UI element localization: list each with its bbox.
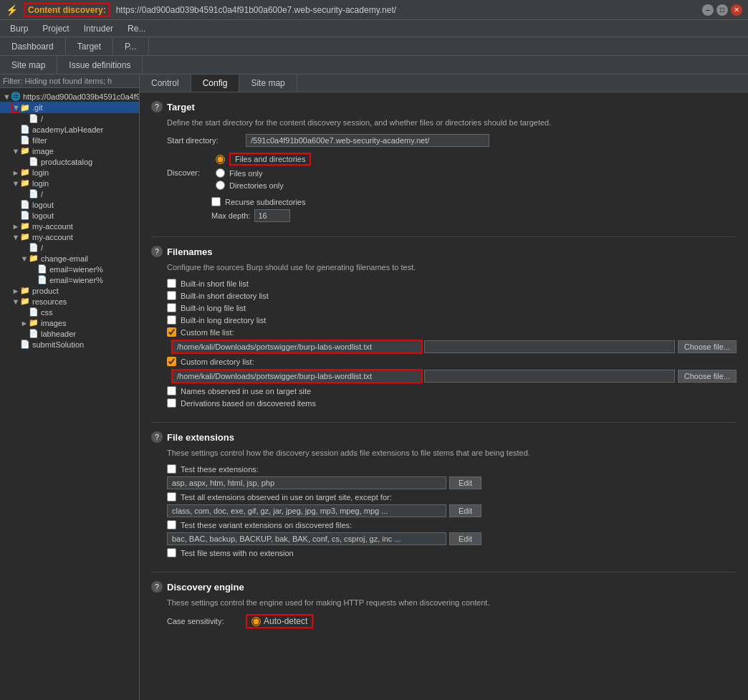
tree-item-email2[interactable]: 📄 email=wiener% (0, 274, 139, 285)
tree-item-resources[interactable]: ▼ 📁 resources (0, 296, 139, 307)
close-button[interactable]: ✕ (731, 4, 742, 16)
tree-item-my-account1[interactable]: ► 📁 my-account (0, 221, 139, 231)
target-help-icon[interactable]: ? (151, 101, 163, 112)
custom-dir-input[interactable] (171, 369, 423, 383)
ext1-edit-button[interactable]: Edit (449, 476, 481, 489)
discover-all-radio[interactable] (216, 155, 225, 164)
recurse-label[interactable]: Recurse subdirectories (225, 198, 306, 206)
discover-all-label[interactable]: Files and directories (229, 153, 311, 166)
ext3-checkbox[interactable] (167, 520, 176, 529)
tree-item-image[interactable]: ▼ 📁 image (0, 145, 139, 156)
custom-dir-checkbox[interactable] (167, 357, 176, 366)
tree-container[interactable]: ▼ 🌐 https://0ad900ad039b4591c0a4f91b00a6… (0, 88, 139, 700)
choose-dir-button[interactable]: Choose file... (678, 370, 737, 383)
ext2-input[interactable] (167, 504, 446, 517)
tree-toggle[interactable]: ▼ (11, 297, 20, 306)
ext1-input[interactable] (167, 476, 446, 489)
tree-item-my-account-slash[interactable]: 📄 / (0, 242, 139, 253)
tree-toggle[interactable]: ► (11, 287, 20, 295)
tree-toggle[interactable]: ▼ (11, 102, 20, 112)
ext2-label[interactable]: Test all extensions observed in use on t… (181, 493, 392, 502)
start-dir-input[interactable] (246, 134, 489, 147)
tree-item-submitSolution[interactable]: 📄 submitSolution (0, 339, 139, 350)
discover-files-label[interactable]: Files only (229, 169, 262, 178)
ext4-checkbox[interactable] (167, 548, 176, 557)
discover-dirs-label[interactable]: Directories only (229, 181, 284, 190)
maximize-button[interactable]: □ (716, 4, 728, 16)
depth-input[interactable] (254, 209, 290, 222)
tree-toggle[interactable]: ► (20, 319, 29, 327)
fn3-label[interactable]: Built-in long file list (181, 304, 246, 312)
custom-file-checkbox[interactable] (167, 327, 176, 337)
file-extensions-help-icon[interactable]: ? (151, 431, 163, 443)
tab-control[interactable]: Control (140, 75, 191, 92)
tree-item-academyLabHeader[interactable]: 📄 academyLabHeader (0, 124, 139, 135)
fn1-label[interactable]: Built-in short file list (181, 279, 249, 288)
tree-toggle[interactable]: ► (11, 168, 20, 177)
ext3-input[interactable] (167, 532, 446, 545)
tree-item-css[interactable]: 📄 css (0, 307, 139, 317)
tree-toggle[interactable]: ▼ (20, 254, 29, 263)
tree-item-logout1[interactable]: 📄 logout (0, 199, 139, 210)
ext3-label[interactable]: Test these variant extensions on discove… (181, 521, 352, 529)
auto-detect-label[interactable]: Auto-detect (264, 616, 307, 626)
tree-item-git[interactable]: ▼ 📁 .git (0, 102, 139, 113)
fn4-checkbox[interactable] (167, 315, 176, 325)
tree-toggle[interactable]: ▼ (3, 92, 11, 101)
ext2-edit-button[interactable]: Edit (449, 504, 481, 517)
ext4-label[interactable]: Test file stems with no extension (181, 549, 294, 557)
discover-dirs-radio[interactable] (216, 181, 225, 190)
tree-item-filter[interactable]: 📄 filter (0, 135, 139, 145)
derivations-checkbox[interactable] (167, 398, 176, 408)
fn3-checkbox[interactable] (167, 303, 176, 312)
custom-file-label[interactable]: Custom file list: (181, 328, 234, 337)
fn2-checkbox[interactable] (167, 291, 176, 300)
menu-burp[interactable]: Burp (3, 22, 35, 35)
tree-item-login1[interactable]: ► 📁 login (0, 167, 139, 178)
menu-project[interactable]: Project (35, 22, 76, 35)
derivations-label[interactable]: Derivations based on discovered items (181, 399, 316, 408)
auto-detect-radio[interactable] (251, 617, 261, 626)
tab-dashboard[interactable]: Dashboard (0, 37, 66, 55)
discover-files-radio[interactable] (216, 168, 225, 178)
tree-item-login-slash[interactable]: 📄 / (0, 188, 139, 199)
tree-item-change-email[interactable]: ▼ 📁 change-email (0, 253, 139, 264)
fn1-checkbox[interactable] (167, 279, 176, 288)
tree-item-email1[interactable]: 📄 email=wiener% (0, 264, 139, 274)
tree-toggle[interactable]: ▼ (11, 233, 20, 241)
tab-site-map-config[interactable]: Site map (239, 75, 297, 92)
tab-target[interactable]: Target (66, 37, 113, 55)
menu-re[interactable]: Re... (120, 22, 153, 35)
tree-item-my-account2[interactable]: ▼ 📁 my-account (0, 231, 139, 242)
custom-dir-extra[interactable] (424, 370, 674, 383)
discovery-engine-help-icon[interactable]: ? (151, 581, 163, 593)
tree-item-productcatalog[interactable]: 📄 productcatalog (0, 156, 139, 167)
tab-p[interactable]: P... (113, 37, 148, 55)
fn4-label[interactable]: Built-in long directory list (181, 316, 266, 325)
ext3-edit-button[interactable]: Edit (449, 532, 481, 545)
tree-toggle[interactable]: ► (11, 222, 20, 231)
tab-issue-definitions[interactable]: Issue definitions (57, 56, 143, 74)
custom-file-extra[interactable] (424, 340, 674, 353)
custom-dir-label[interactable]: Custom directory list: (181, 358, 254, 366)
tree-item-login2[interactable]: ▼ 📁 login (0, 178, 139, 188)
tree-item-logout2[interactable]: 📄 logout (0, 210, 139, 221)
tree-item-product[interactable]: ► 📁 product (0, 285, 139, 296)
minimize-button[interactable]: – (702, 4, 714, 16)
filenames-help-icon[interactable]: ? (151, 246, 163, 257)
ext1-checkbox[interactable] (167, 464, 176, 474)
tree-item-labheader[interactable]: 📄 labheader (0, 328, 139, 339)
names-observed-label[interactable]: Names observed in use on target site (181, 387, 311, 395)
choose-file-button[interactable]: Choose file... (678, 340, 737, 353)
fn2-label[interactable]: Built-in short directory list (181, 292, 269, 300)
tree-item-root[interactable]: ▼ 🌐 https://0ad900ad039b4591c0a4f91b00a6… (0, 91, 139, 102)
tree-item-git-slash[interactable]: 📄 / (0, 113, 139, 124)
names-observed-checkbox[interactable] (167, 386, 176, 395)
tab-site-map[interactable]: Site map (0, 56, 57, 74)
tree-toggle[interactable]: ▼ (11, 147, 20, 155)
tree-toggle[interactable]: ▼ (11, 179, 20, 188)
custom-file-input[interactable] (171, 340, 423, 354)
ext2-checkbox[interactable] (167, 492, 176, 502)
recurse-checkbox[interactable] (211, 197, 221, 206)
menu-intruder[interactable]: Intruder (77, 22, 120, 35)
